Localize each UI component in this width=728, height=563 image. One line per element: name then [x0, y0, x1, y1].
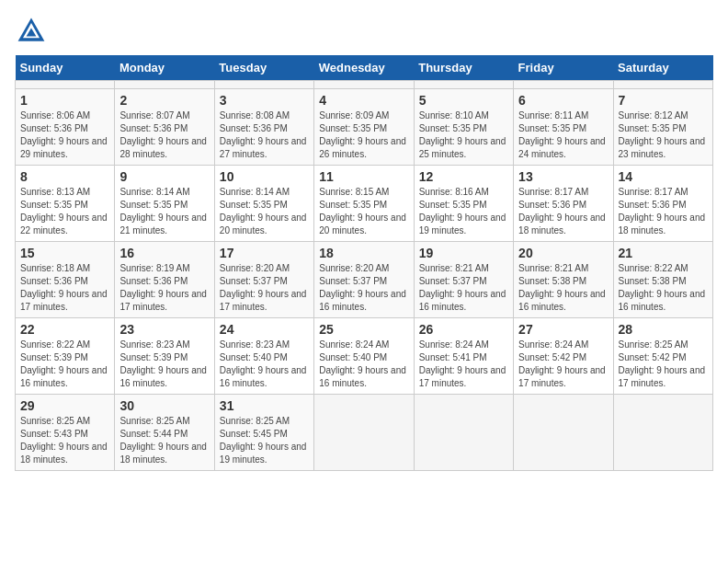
- daylight-label: Daylight: 9 hours and 16 minutes.: [319, 289, 406, 312]
- sunrise-label: Sunrise: 8:23 AM: [220, 339, 290, 350]
- calendar-table: SundayMondayTuesdayWednesdayThursdayFrid…: [15, 55, 713, 471]
- daylight-label: Daylight: 9 hours and 20 minutes.: [220, 213, 307, 236]
- daylight-label: Daylight: 9 hours and 16 minutes.: [419, 289, 506, 312]
- daylight-label: Daylight: 9 hours and 25 minutes.: [419, 136, 506, 159]
- sunset-label: Sunset: 5:36 PM: [518, 200, 586, 210]
- day-number: 3: [220, 93, 309, 108]
- day-number: 30: [119, 398, 209, 413]
- sunset-label: Sunset: 5:40 PM: [319, 352, 387, 362]
- day-info: Sunrise: 8:24 AMSunset: 5:41 PMDaylight:…: [419, 339, 508, 390]
- sunrise-label: Sunrise: 8:23 AM: [119, 339, 189, 350]
- sunrise-label: Sunrise: 8:17 AM: [619, 187, 688, 197]
- day-info: Sunrise: 8:24 AMSunset: 5:40 PMDaylight:…: [319, 339, 408, 390]
- sunset-label: Sunset: 5:39 PM: [20, 352, 88, 362]
- day-info: Sunrise: 8:17 AMSunset: 5:36 PMDaylight:…: [619, 186, 708, 237]
- sunrise-label: Sunrise: 8:08 AM: [220, 110, 290, 121]
- sunrise-label: Sunrise: 8:07 AM: [119, 110, 189, 121]
- sunrise-label: Sunrise: 8:14 AM: [119, 187, 189, 197]
- day-number: 4: [319, 93, 408, 108]
- day-info: Sunrise: 8:16 AMSunset: 5:35 PMDaylight:…: [419, 186, 508, 237]
- day-number: 7: [619, 93, 708, 108]
- daylight-label: Daylight: 9 hours and 16 minutes.: [119, 365, 207, 388]
- daylight-label: Daylight: 9 hours and 16 minutes.: [518, 289, 606, 312]
- sunrise-label: Sunrise: 8:25 AM: [119, 416, 189, 426]
- sunset-label: Sunset: 5:35 PM: [619, 123, 687, 133]
- sunset-label: Sunset: 5:35 PM: [319, 123, 387, 133]
- daylight-label: Daylight: 9 hours and 27 minutes.: [220, 136, 307, 159]
- daylight-label: Daylight: 9 hours and 18 minutes.: [20, 442, 108, 465]
- day-number: 20: [518, 246, 608, 260]
- daylight-label: Daylight: 9 hours and 24 minutes.: [518, 136, 606, 159]
- calendar-cell: 30Sunrise: 8:25 AMSunset: 5:44 PMDayligh…: [115, 395, 214, 471]
- calendar-cell: 1Sunrise: 8:06 AMSunset: 5:36 PMDaylight…: [16, 89, 115, 166]
- day-info: Sunrise: 8:23 AMSunset: 5:39 PMDaylight:…: [119, 339, 209, 390]
- weekday-header-row: SundayMondayTuesdayWednesdayThursdayFrid…: [16, 55, 713, 81]
- page-header: [15, 15, 713, 48]
- day-number: 14: [619, 169, 708, 184]
- sunrise-label: Sunrise: 8:17 AM: [518, 187, 588, 197]
- day-info: Sunrise: 8:25 AMSunset: 5:44 PMDaylight:…: [119, 415, 209, 466]
- sunrise-label: Sunrise: 8:25 AM: [619, 339, 688, 350]
- day-number: 9: [119, 169, 209, 184]
- day-info: Sunrise: 8:09 AMSunset: 5:35 PMDaylight:…: [319, 109, 408, 161]
- daylight-label: Daylight: 9 hours and 22 minutes.: [20, 213, 108, 236]
- day-number: 21: [619, 246, 708, 260]
- calendar-cell: [314, 81, 414, 89]
- day-info: Sunrise: 8:20 AMSunset: 5:37 PMDaylight:…: [319, 262, 408, 314]
- calendar-cell: [613, 395, 712, 471]
- sunset-label: Sunset: 5:35 PM: [518, 123, 586, 133]
- sunset-label: Sunset: 5:35 PM: [220, 200, 288, 210]
- sunrise-label: Sunrise: 8:13 AM: [20, 187, 90, 197]
- calendar-cell: [514, 81, 613, 89]
- day-info: Sunrise: 8:20 AMSunset: 5:37 PMDaylight:…: [220, 262, 309, 314]
- calendar-cell: [214, 81, 313, 89]
- calendar-cell: 22Sunrise: 8:22 AMSunset: 5:39 PMDayligh…: [16, 318, 115, 395]
- calendar-cell: 16Sunrise: 8:19 AMSunset: 5:36 PMDayligh…: [115, 242, 214, 318]
- day-info: Sunrise: 8:25 AMSunset: 5:43 PMDaylight:…: [20, 415, 109, 466]
- sunset-label: Sunset: 5:36 PM: [619, 200, 687, 210]
- day-info: Sunrise: 8:14 AMSunset: 5:35 PMDaylight:…: [220, 186, 309, 237]
- day-number: 18: [319, 246, 408, 260]
- day-info: Sunrise: 8:15 AMSunset: 5:35 PMDaylight:…: [319, 186, 408, 237]
- daylight-label: Daylight: 9 hours and 23 minutes.: [619, 136, 706, 159]
- calendar-cell: 21Sunrise: 8:22 AMSunset: 5:38 PMDayligh…: [613, 242, 712, 318]
- sunrise-label: Sunrise: 8:19 AM: [119, 263, 189, 273]
- sunrise-label: Sunrise: 8:20 AM: [319, 263, 389, 273]
- sunset-label: Sunset: 5:37 PM: [419, 276, 487, 286]
- day-number: 10: [220, 169, 309, 184]
- sunrise-label: Sunrise: 8:25 AM: [220, 416, 290, 426]
- weekday-header-wednesday: Wednesday: [314, 55, 414, 81]
- day-info: Sunrise: 8:21 AMSunset: 5:37 PMDaylight:…: [419, 262, 508, 314]
- daylight-label: Daylight: 9 hours and 17 minutes.: [419, 365, 506, 388]
- daylight-label: Daylight: 9 hours and 19 minutes.: [419, 213, 506, 236]
- weekday-header-friday: Friday: [514, 55, 613, 81]
- calendar-cell: 26Sunrise: 8:24 AMSunset: 5:41 PMDayligh…: [414, 318, 513, 395]
- sunrise-label: Sunrise: 8:25 AM: [20, 416, 90, 426]
- calendar-cell: 27Sunrise: 8:24 AMSunset: 5:42 PMDayligh…: [514, 318, 613, 395]
- sunset-label: Sunset: 5:35 PM: [20, 200, 88, 210]
- sunrise-label: Sunrise: 8:24 AM: [518, 339, 588, 350]
- weekday-header-monday: Monday: [115, 55, 214, 81]
- sunset-label: Sunset: 5:36 PM: [119, 276, 188, 286]
- sunrise-label: Sunrise: 8:24 AM: [419, 339, 489, 350]
- calendar-cell: 19Sunrise: 8:21 AMSunset: 5:37 PMDayligh…: [414, 242, 513, 318]
- day-number: 15: [20, 246, 109, 260]
- day-info: Sunrise: 8:18 AMSunset: 5:36 PMDaylight:…: [20, 262, 109, 314]
- sunrise-label: Sunrise: 8:22 AM: [20, 339, 90, 350]
- daylight-label: Daylight: 9 hours and 17 minutes.: [220, 289, 307, 312]
- day-info: Sunrise: 8:21 AMSunset: 5:38 PMDaylight:…: [518, 262, 608, 314]
- calendar-cell: 29Sunrise: 8:25 AMSunset: 5:43 PMDayligh…: [16, 395, 115, 471]
- day-number: 12: [419, 169, 508, 184]
- daylight-label: Daylight: 9 hours and 17 minutes.: [119, 289, 207, 312]
- daylight-label: Daylight: 9 hours and 18 minutes.: [619, 213, 706, 236]
- day-number: 8: [20, 169, 109, 184]
- calendar-cell: 17Sunrise: 8:20 AMSunset: 5:37 PMDayligh…: [214, 242, 313, 318]
- calendar-cell: 12Sunrise: 8:16 AMSunset: 5:35 PMDayligh…: [414, 166, 513, 242]
- day-info: Sunrise: 8:23 AMSunset: 5:40 PMDaylight:…: [220, 339, 309, 390]
- calendar-cell: [414, 81, 513, 89]
- calendar-cell: 7Sunrise: 8:12 AMSunset: 5:35 PMDaylight…: [613, 89, 712, 166]
- sunset-label: Sunset: 5:42 PM: [619, 352, 687, 362]
- calendar-week-row: 8Sunrise: 8:13 AMSunset: 5:35 PMDaylight…: [16, 166, 713, 242]
- sunrise-label: Sunrise: 8:12 AM: [619, 110, 688, 121]
- day-number: 27: [518, 322, 608, 337]
